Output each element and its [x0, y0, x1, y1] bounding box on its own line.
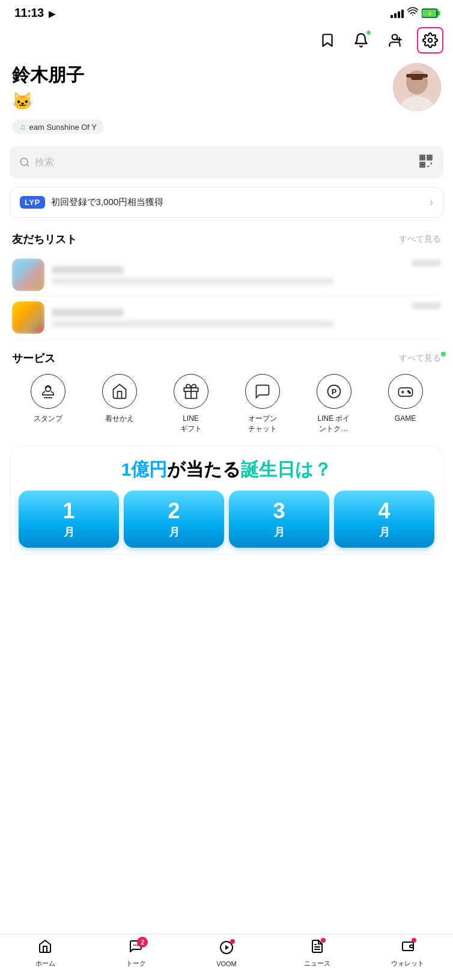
promo-left: LYP 初回登録で3,000円相当獲得	[20, 196, 163, 209]
lottery-title-part1: 1億円	[121, 459, 168, 479]
friend-info-1	[52, 266, 405, 284]
friend-item-2[interactable]	[12, 296, 441, 339]
svg-text:P: P	[331, 387, 336, 396]
theme-icon	[102, 374, 137, 409]
game-label: GAME	[395, 414, 416, 424]
svg-point-3	[392, 34, 398, 40]
music-text: eam Sunshine Of Y	[29, 123, 97, 132]
month-num-2: 2	[127, 499, 220, 523]
settings-button[interactable]	[417, 27, 443, 54]
gift-icon	[174, 374, 208, 409]
month-btn-3[interactable]: 3 月	[229, 491, 329, 548]
svg-rect-11	[406, 74, 428, 78]
services-grid: スタンプ 着せかえ LINEギフト	[12, 374, 441, 434]
qr-code-button[interactable]	[418, 153, 434, 171]
service-openchat[interactable]: オープンチャット	[242, 374, 284, 434]
wallet-dot	[412, 938, 416, 943]
service-stamp[interactable]: スタンプ	[27, 374, 69, 434]
stamp-icon	[31, 374, 65, 409]
month-btn-4[interactable]: 4 月	[334, 491, 434, 548]
month-num-3: 3	[233, 499, 326, 523]
home-icon	[38, 939, 52, 957]
notification-button[interactable]	[350, 29, 372, 52]
qr-icon	[418, 153, 434, 169]
profile-section: 鈴木朋子 🐱 ♫ eam Sunshine Of Y	[0, 60, 453, 141]
game-icon	[388, 374, 423, 409]
friend-item-1[interactable]	[12, 254, 441, 296]
friend-time-2	[412, 302, 441, 309]
status-icons: ⚡	[391, 7, 439, 19]
friend-name-blur-1	[52, 266, 124, 274]
nav-home[interactable]: ホーム	[27, 939, 63, 968]
services-header: サービス すべて見る	[12, 351, 441, 366]
profile-name: 鈴木朋子	[12, 63, 393, 88]
nav-talk[interactable]: 2 トーク	[118, 939, 154, 968]
search-bar[interactable]: 検索	[10, 146, 443, 179]
banner-section: 1億円が当たる誕生日は？ 1 月 2 月 3 月 4 月	[0, 440, 453, 561]
search-icon	[19, 157, 30, 168]
friends-list-section: 友だちリスト すべて見る	[0, 224, 453, 343]
promo-arrow-icon: ›	[430, 196, 433, 209]
lottery-title-part2: が当たる	[167, 459, 241, 479]
svg-rect-18	[428, 156, 430, 158]
svg-text:⚡: ⚡	[427, 10, 434, 17]
nav-home-label: ホーム	[35, 959, 55, 968]
stamp-label: スタンプ	[34, 414, 62, 424]
nav-news-label: ニュース	[304, 959, 330, 968]
month-unit-1: 月	[64, 526, 74, 538]
lottery-title-part3: 誕生日は？	[241, 459, 332, 479]
openchat-label: オープンチャット	[248, 414, 277, 434]
friend-name-blur-2	[52, 308, 124, 317]
search-placeholder: 検索	[35, 156, 54, 169]
svg-marker-41	[225, 945, 229, 950]
service-gift[interactable]: LINEギフト	[170, 374, 212, 434]
bookmark-button[interactable]	[316, 29, 339, 52]
music-badge[interactable]: ♫ eam Sunshine Of Y	[12, 120, 104, 134]
promo-banner[interactable]: LYP 初回登録で3,000円相当獲得 ›	[10, 187, 443, 218]
profile-left: 鈴木朋子 🐱 ♫ eam Sunshine Of Y	[12, 63, 393, 134]
services-section: サービス すべて見る スタンプ 着せかえ	[0, 343, 453, 440]
notification-dot	[366, 30, 371, 35]
friend-avatar-1	[12, 259, 44, 291]
add-friend-button[interactable]	[383, 29, 406, 52]
friend-sub-blur-1	[52, 278, 334, 284]
talk-icon: 2	[129, 939, 143, 957]
month-num-1: 1	[22, 499, 115, 523]
month-unit-3: 月	[274, 526, 285, 538]
points-label: LINE ポイントク…	[317, 414, 350, 434]
lottery-banner[interactable]: 1億円が当たる誕生日は？ 1 月 2 月 3 月 4 月	[10, 446, 443, 555]
nav-wallet[interactable]: ウォレット	[390, 939, 426, 968]
news-dot	[321, 938, 326, 943]
search-section: 検索	[0, 141, 453, 183]
nav-wallet-label: ウォレット	[391, 959, 424, 968]
services-title: サービス	[12, 351, 55, 366]
months-grid: 1 月 2 月 3 月 4 月	[16, 491, 437, 548]
month-num-4: 4	[338, 499, 431, 523]
svg-line-13	[26, 164, 28, 166]
month-btn-1[interactable]: 1 月	[19, 491, 119, 548]
top-toolbar	[0, 23, 453, 60]
voom-dot	[230, 939, 235, 944]
svg-rect-17	[421, 156, 423, 158]
svg-point-12	[20, 158, 28, 165]
news-icon	[310, 939, 324, 957]
wallet-icon	[401, 939, 415, 957]
friends-see-all[interactable]: すべて見る	[399, 234, 441, 245]
svg-rect-19	[421, 164, 423, 165]
svg-point-35	[407, 391, 409, 392]
signal-icon	[391, 8, 404, 18]
service-game[interactable]: GAME	[385, 374, 427, 434]
month-btn-2[interactable]: 2 月	[124, 491, 224, 548]
friends-list-header: 友だちリスト すべて見る	[12, 232, 441, 247]
battery-icon: ⚡	[422, 8, 439, 18]
openchat-icon	[245, 374, 280, 409]
nav-voom[interactable]: VOOM	[208, 940, 245, 967]
profile-avatar[interactable]	[393, 63, 441, 111]
month-unit-4: 月	[379, 526, 390, 538]
friends-list-title: 友だちリスト	[12, 232, 77, 247]
friend-time-1	[412, 260, 441, 266]
nav-news[interactable]: ニュース	[299, 939, 335, 968]
service-points[interactable]: P LINE ポイントク…	[313, 374, 355, 434]
service-theme[interactable]: 着せかえ	[99, 374, 141, 434]
services-see-all[interactable]: すべて見る	[399, 353, 441, 364]
